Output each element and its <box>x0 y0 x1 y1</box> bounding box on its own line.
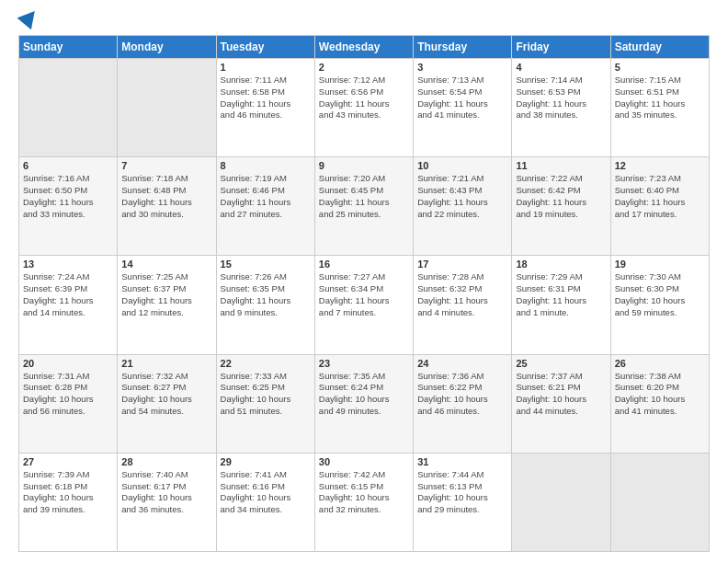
calendar-cell <box>610 453 709 551</box>
calendar-cell: 12Sunrise: 7:23 AM Sunset: 6:40 PM Dayli… <box>610 157 709 256</box>
day-number: 28 <box>121 456 211 467</box>
calendar-cell: 21Sunrise: 7:32 AM Sunset: 6:27 PM Dayli… <box>118 354 216 453</box>
day-number: 29 <box>221 456 311 467</box>
day-number: 6 <box>23 160 113 171</box>
calendar-day-header: Saturday <box>610 36 709 59</box>
day-number: 20 <box>23 358 113 369</box>
day-info: Sunrise: 7:41 AM Sunset: 6:16 PM Dayligh… <box>221 469 311 516</box>
calendar-cell: 7Sunrise: 7:18 AM Sunset: 6:48 PM Daylig… <box>118 157 216 256</box>
calendar-cell <box>512 453 610 551</box>
day-number: 30 <box>319 456 409 467</box>
day-number: 13 <box>23 259 113 270</box>
day-info: Sunrise: 7:18 AM Sunset: 6:48 PM Dayligh… <box>121 173 211 220</box>
day-info: Sunrise: 7:31 AM Sunset: 6:28 PM Dayligh… <box>23 371 113 418</box>
day-number: 19 <box>615 259 705 270</box>
day-info: Sunrise: 7:27 AM Sunset: 6:34 PM Dayligh… <box>319 271 409 318</box>
day-number: 22 <box>221 358 311 369</box>
day-number: 14 <box>121 259 211 270</box>
calendar-day-header: Friday <box>512 36 610 59</box>
calendar-cell: 18Sunrise: 7:29 AM Sunset: 6:31 PM Dayli… <box>512 256 610 354</box>
calendar-day-header: Sunday <box>19 36 118 59</box>
day-number: 12 <box>615 160 705 171</box>
header <box>18 15 710 26</box>
calendar-cell: 1Sunrise: 7:11 AM Sunset: 6:58 PM Daylig… <box>216 59 314 157</box>
day-number: 3 <box>417 62 507 73</box>
calendar-cell: 16Sunrise: 7:27 AM Sunset: 6:34 PM Dayli… <box>314 256 413 354</box>
day-number: 17 <box>417 259 507 270</box>
calendar-header-row: SundayMondayTuesdayWednesdayThursdayFrid… <box>19 36 710 59</box>
calendar-table: SundayMondayTuesdayWednesdayThursdayFrid… <box>18 35 710 552</box>
calendar-cell: 22Sunrise: 7:33 AM Sunset: 6:25 PM Dayli… <box>216 354 314 453</box>
calendar-cell: 8Sunrise: 7:19 AM Sunset: 6:46 PM Daylig… <box>216 157 314 256</box>
day-number: 10 <box>417 160 507 171</box>
calendar-cell: 28Sunrise: 7:40 AM Sunset: 6:17 PM Dayli… <box>118 453 216 551</box>
calendar-cell: 30Sunrise: 7:42 AM Sunset: 6:15 PM Dayli… <box>314 453 413 551</box>
day-info: Sunrise: 7:44 AM Sunset: 6:13 PM Dayligh… <box>417 469 507 516</box>
day-number: 8 <box>221 160 311 171</box>
calendar-cell: 4Sunrise: 7:14 AM Sunset: 6:53 PM Daylig… <box>512 59 610 157</box>
calendar-week-row: 1Sunrise: 7:11 AM Sunset: 6:58 PM Daylig… <box>19 59 710 157</box>
logo <box>18 15 39 26</box>
day-info: Sunrise: 7:21 AM Sunset: 6:43 PM Dayligh… <box>417 173 507 220</box>
day-number: 1 <box>221 62 311 73</box>
calendar-cell: 14Sunrise: 7:25 AM Sunset: 6:37 PM Dayli… <box>118 256 216 354</box>
day-info: Sunrise: 7:40 AM Sunset: 6:17 PM Dayligh… <box>121 469 211 516</box>
day-info: Sunrise: 7:26 AM Sunset: 6:35 PM Dayligh… <box>221 271 311 318</box>
calendar-week-row: 27Sunrise: 7:39 AM Sunset: 6:18 PM Dayli… <box>19 453 710 551</box>
page: SundayMondayTuesdayWednesdayThursdayFrid… <box>0 0 728 563</box>
day-number: 9 <box>319 160 409 171</box>
calendar-cell: 10Sunrise: 7:21 AM Sunset: 6:43 PM Dayli… <box>414 157 512 256</box>
day-info: Sunrise: 7:29 AM Sunset: 6:31 PM Dayligh… <box>516 271 606 318</box>
calendar-week-row: 6Sunrise: 7:16 AM Sunset: 6:50 PM Daylig… <box>19 157 710 256</box>
calendar-day-header: Monday <box>118 36 216 59</box>
day-info: Sunrise: 7:33 AM Sunset: 6:25 PM Dayligh… <box>221 371 311 418</box>
day-number: 27 <box>23 456 113 467</box>
calendar-cell: 20Sunrise: 7:31 AM Sunset: 6:28 PM Dayli… <box>19 354 118 453</box>
calendar-cell: 15Sunrise: 7:26 AM Sunset: 6:35 PM Dayli… <box>216 256 314 354</box>
day-number: 31 <box>417 456 507 467</box>
day-number: 23 <box>319 358 409 369</box>
calendar-cell: 17Sunrise: 7:28 AM Sunset: 6:32 PM Dayli… <box>414 256 512 354</box>
day-number: 11 <box>516 160 606 171</box>
day-info: Sunrise: 7:37 AM Sunset: 6:21 PM Dayligh… <box>516 371 606 418</box>
calendar-cell <box>118 59 216 157</box>
day-info: Sunrise: 7:30 AM Sunset: 6:30 PM Dayligh… <box>615 271 705 318</box>
day-number: 15 <box>221 259 311 270</box>
calendar-cell: 9Sunrise: 7:20 AM Sunset: 6:45 PM Daylig… <box>314 157 413 256</box>
day-info: Sunrise: 7:32 AM Sunset: 6:27 PM Dayligh… <box>121 371 211 418</box>
day-number: 24 <box>417 358 507 369</box>
day-number: 21 <box>121 358 211 369</box>
day-info: Sunrise: 7:28 AM Sunset: 6:32 PM Dayligh… <box>417 271 507 318</box>
day-number: 25 <box>516 358 606 369</box>
day-number: 4 <box>516 62 606 73</box>
day-info: Sunrise: 7:24 AM Sunset: 6:39 PM Dayligh… <box>23 271 113 318</box>
calendar-day-header: Thursday <box>414 36 512 59</box>
calendar-cell: 6Sunrise: 7:16 AM Sunset: 6:50 PM Daylig… <box>19 157 118 256</box>
calendar-week-row: 13Sunrise: 7:24 AM Sunset: 6:39 PM Dayli… <box>19 256 710 354</box>
day-info: Sunrise: 7:23 AM Sunset: 6:40 PM Dayligh… <box>615 173 705 220</box>
day-info: Sunrise: 7:20 AM Sunset: 6:45 PM Dayligh… <box>319 173 409 220</box>
day-info: Sunrise: 7:11 AM Sunset: 6:58 PM Dayligh… <box>221 75 311 121</box>
calendar-day-header: Tuesday <box>216 36 314 59</box>
day-number: 2 <box>319 62 409 73</box>
day-info: Sunrise: 7:19 AM Sunset: 6:46 PM Dayligh… <box>221 173 311 220</box>
calendar-week-row: 20Sunrise: 7:31 AM Sunset: 6:28 PM Dayli… <box>19 354 710 453</box>
calendar-cell: 29Sunrise: 7:41 AM Sunset: 6:16 PM Dayli… <box>216 453 314 551</box>
day-info: Sunrise: 7:42 AM Sunset: 6:15 PM Dayligh… <box>319 469 409 516</box>
calendar-cell: 19Sunrise: 7:30 AM Sunset: 6:30 PM Dayli… <box>610 256 709 354</box>
calendar-cell: 5Sunrise: 7:15 AM Sunset: 6:51 PM Daylig… <box>610 59 709 157</box>
day-info: Sunrise: 7:39 AM Sunset: 6:18 PM Dayligh… <box>23 469 113 516</box>
day-info: Sunrise: 7:35 AM Sunset: 6:24 PM Dayligh… <box>319 371 409 418</box>
calendar-cell: 3Sunrise: 7:13 AM Sunset: 6:54 PM Daylig… <box>414 59 512 157</box>
day-info: Sunrise: 7:36 AM Sunset: 6:22 PM Dayligh… <box>417 371 507 418</box>
calendar-cell: 23Sunrise: 7:35 AM Sunset: 6:24 PM Dayli… <box>314 354 413 453</box>
day-number: 5 <box>615 62 705 73</box>
calendar-cell <box>19 59 118 157</box>
day-number: 18 <box>516 259 606 270</box>
day-info: Sunrise: 7:13 AM Sunset: 6:54 PM Dayligh… <box>417 75 507 121</box>
calendar-cell: 13Sunrise: 7:24 AM Sunset: 6:39 PM Dayli… <box>19 256 118 354</box>
day-info: Sunrise: 7:14 AM Sunset: 6:53 PM Dayligh… <box>516 75 606 121</box>
calendar-cell: 31Sunrise: 7:44 AM Sunset: 6:13 PM Dayli… <box>414 453 512 551</box>
day-info: Sunrise: 7:15 AM Sunset: 6:51 PM Dayligh… <box>615 75 705 121</box>
day-number: 7 <box>121 160 211 171</box>
